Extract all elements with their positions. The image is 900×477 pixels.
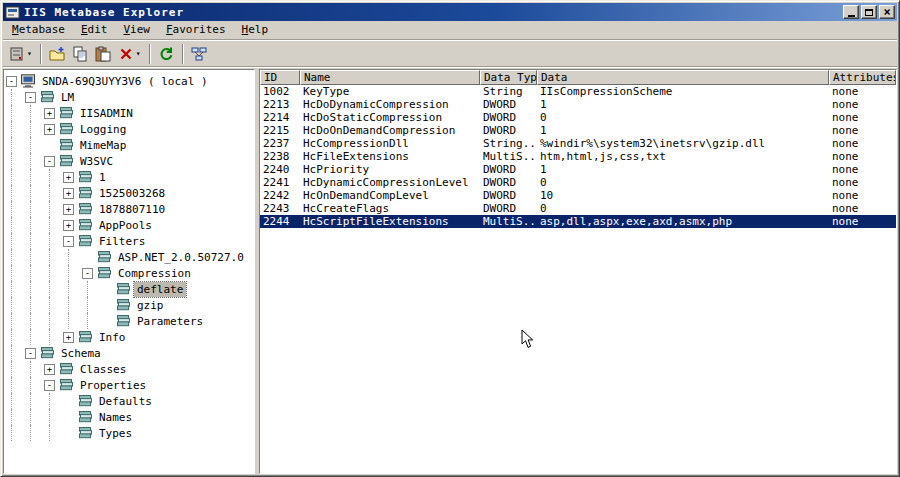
expand-box-icon[interactable]: + — [44, 124, 55, 135]
list-row-2237[interactable]: 2237HcCompressionDllString...%windir%\sy… — [260, 137, 896, 150]
tree-item-types[interactable]: Types — [6, 425, 254, 441]
column-header-id[interactable]: ID — [260, 70, 300, 85]
tree-item-w3svc[interactable]: -W3SVC — [6, 153, 254, 169]
tree-item-classes[interactable]: +Classes — [6, 361, 254, 377]
tree-guide — [30, 361, 44, 377]
node-icon — [39, 90, 55, 104]
tree-item-1878807110[interactable]: +1878807110 — [6, 201, 254, 217]
menu-item-favorites[interactable]: Favorites — [158, 21, 234, 39]
list-row-2240[interactable]: 2240HcPriorityDWORD1none — [260, 163, 896, 176]
column-header-name[interactable]: Name — [300, 70, 480, 85]
toolbar: ▾▾ — [3, 40, 897, 67]
tree-item-filters[interactable]: -Filters — [6, 233, 254, 249]
cell: none — [829, 163, 896, 176]
expand-box-icon[interactable]: + — [44, 364, 55, 375]
tree-guide — [49, 265, 63, 281]
tree-guide — [30, 185, 44, 201]
tree-item-1525003268[interactable]: +1525003268 — [6, 185, 254, 201]
tree-item-defaults[interactable]: Defaults — [6, 393, 254, 409]
delete-key-button[interactable]: ▾ — [115, 43, 144, 65]
tree-item-lm[interactable]: -LM — [6, 89, 254, 105]
cell: 2240 — [260, 163, 300, 176]
collapse-box-icon[interactable]: - — [25, 92, 36, 103]
expand-box-icon[interactable]: + — [44, 108, 55, 119]
minimize-button[interactable] — [843, 5, 859, 19]
expand-box-icon[interactable]: + — [63, 188, 74, 199]
list-row-2238[interactable]: 2238HcFileExtensionsMultiS...htm,html,js… — [260, 150, 896, 163]
collapse-box-icon[interactable]: - — [25, 348, 36, 359]
collapse-box-icon[interactable]: - — [44, 156, 55, 167]
tree-item-snda-69q3uyy3v6-local[interactable]: -SNDA-69Q3UYY3V6 ( local ) — [6, 73, 254, 89]
list-row-1002[interactable]: 1002KeyTypeStringIIsCompressionSchemenon… — [260, 85, 896, 98]
list-row-2241[interactable]: 2241HcDynamicCompressionLevelDWORD0none — [260, 176, 896, 189]
refresh-button[interactable] — [155, 43, 177, 65]
list-row-2243[interactable]: 2243HcCreateFlagsDWORD0none — [260, 202, 896, 215]
cell: 2214 — [260, 111, 300, 124]
tree-item-deflate[interactable]: deflate — [6, 281, 254, 297]
new-key-button[interactable] — [46, 43, 68, 65]
tree-item-properties[interactable]: -Properties — [6, 377, 254, 393]
list-row-2214[interactable]: 2214HcDoStaticCompressionDWORD0none — [260, 111, 896, 124]
tree-item-logging[interactable]: +Logging — [6, 121, 254, 137]
maximize-button[interactable] — [861, 5, 877, 19]
cell: 2241 — [260, 176, 300, 189]
list-row-2213[interactable]: 2213HcDoDynamicCompressionDWORD1none — [260, 98, 896, 111]
node-icon — [58, 378, 74, 392]
cell: 1 — [537, 124, 829, 137]
tree-item-info[interactable]: +Info — [6, 329, 254, 345]
list-row-2215[interactable]: 2215HcDoOnDemandCompressionDWORD1none — [260, 124, 896, 137]
tree-item-compression[interactable]: -Compression — [6, 265, 254, 281]
title-bar[interactable]: IIS Metabase Explorer — [3, 3, 897, 21]
tree-item-parameters[interactable]: Parameters — [6, 313, 254, 329]
column-header-data-type[interactable]: Data Type — [480, 70, 537, 85]
node-icon — [115, 314, 131, 328]
tree-label: Info — [96, 330, 129, 345]
close-button[interactable] — [879, 5, 895, 19]
cell: DWORD — [480, 176, 537, 189]
tree-item-asp-net-2-0-50727-0[interactable]: ASP.NET_2.0.50727.0 — [6, 249, 254, 265]
tree-item-gzip[interactable]: gzip — [6, 297, 254, 313]
tree-item-1[interactable]: +1 — [6, 169, 254, 185]
expand-box-icon[interactable]: + — [63, 172, 74, 183]
tree-guide — [49, 249, 63, 265]
list-row-2244[interactable]: 2244HcScriptFileExtensionsMultiS...asp,d… — [260, 215, 896, 228]
connect-server-button[interactable]: ▾ — [6, 43, 35, 65]
expand-box-icon[interactable]: + — [63, 220, 74, 231]
tree-item-names[interactable]: Names — [6, 409, 254, 425]
collapse-box-icon[interactable]: - — [44, 380, 55, 391]
connections-button[interactable] — [188, 43, 210, 65]
tree-label: AppPools — [96, 218, 155, 233]
list-row-2242[interactable]: 2242HcOnDemandCompLevelDWORD10none — [260, 189, 896, 202]
cell: DWORD — [480, 124, 537, 137]
tree-spacer — [63, 412, 77, 423]
cell: 0 — [537, 176, 829, 189]
maximize-icon — [865, 9, 873, 16]
cell: HcPriority — [300, 163, 480, 176]
paste-key-button[interactable] — [92, 43, 114, 65]
expand-box-icon[interactable]: + — [63, 332, 74, 343]
list-body: 1002KeyTypeStringIIsCompressionSchemenon… — [260, 85, 896, 473]
menu-item-view[interactable]: View — [115, 21, 158, 39]
menu-item-metabase[interactable]: Metabase — [4, 21, 73, 39]
tree-item-mimemap[interactable]: MimeMap — [6, 137, 254, 153]
menu-item-help[interactable]: Help — [234, 21, 277, 39]
cell: 1 — [537, 163, 829, 176]
column-header-attributes[interactable]: Attributes — [829, 70, 896, 85]
tree-item-apppools[interactable]: +AppPools — [6, 217, 254, 233]
column-header-data[interactable]: Data — [537, 70, 829, 85]
node-icon — [77, 234, 93, 248]
cell: HcDoDynamicCompression — [300, 98, 480, 111]
tree-guide — [30, 169, 44, 185]
tree-label: Properties — [77, 378, 149, 393]
cell: htm,html,js,css,txt — [537, 150, 829, 163]
collapse-box-icon[interactable]: - — [82, 268, 93, 279]
collapse-box-icon[interactable]: - — [6, 76, 17, 87]
tree-item-schema[interactable]: -Schema — [6, 345, 254, 361]
tree-guide — [11, 425, 25, 441]
tree-guide — [30, 329, 44, 345]
copy-key-button[interactable] — [69, 43, 91, 65]
menu-item-edit[interactable]: Edit — [73, 21, 116, 39]
tree-item-iisadmin[interactable]: +IISADMIN — [6, 105, 254, 121]
collapse-box-icon[interactable]: - — [63, 236, 74, 247]
expand-box-icon[interactable]: + — [63, 204, 74, 215]
